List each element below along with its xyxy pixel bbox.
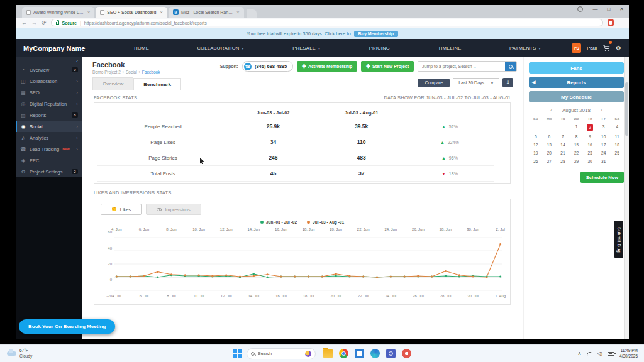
page-scrollbar[interactable] [624,57,629,339]
wifi-icon[interactable] [586,352,592,356]
calendar-day[interactable]: 7 [556,134,570,139]
date-range-select[interactable]: Last 30 Days▼ [453,78,499,87]
calendar-prev-icon[interactable]: ‹ [550,107,552,113]
download-icon[interactable]: ⇓ [502,78,513,87]
submit-bug-tab[interactable]: Submit Bug [614,221,623,258]
calendar-day[interactable]: 13 [543,143,557,147]
app-logo[interactable]: MyCompany Name [23,45,110,52]
calendar-day[interactable]: 3 [597,124,611,131]
media-icon[interactable] [402,349,411,358]
calendar-day[interactable]: 23 [583,151,597,155]
back-button[interactable]: ← [21,20,27,26]
project-search-input[interactable] [418,62,505,71]
calendar-day[interactable]: 12 [529,143,543,147]
browser-tab[interactable]: MMoz - Local Search Ran…× [169,7,244,18]
calendar-day[interactable]: 26 [529,159,543,163]
breadcrumb-project[interactable]: Demo Project 2 [92,70,121,74]
tab-overview[interactable]: Overview [92,77,133,90]
user-avatar[interactable]: PS [572,43,581,53]
calendar-day[interactable]: 14 [556,143,570,147]
sidebar-item-ppc[interactable]: ◈PPC [16,155,82,166]
tab-close-icon[interactable]: × [236,9,240,15]
browser-menu-icon[interactable]: ⋮ [618,20,623,26]
calendar-day[interactable]: 4 [610,124,624,131]
gear-icon[interactable]: ⚙ [616,45,621,52]
taskbar-clock[interactable]: 11:49 PM 4/30/2025 [619,348,638,359]
breadcrumb-facebook[interactable]: Facebook [142,70,160,74]
calendar-day[interactable]: 30 [583,159,597,163]
sidebar-item-social[interactable]: ◉Social› [16,121,82,132]
chrome-icon[interactable] [339,349,348,358]
schedule-now-button[interactable]: Schedule Now [580,172,624,183]
cart-icon[interactable] [602,43,610,54]
support-phone-button[interactable]: ☎ (846) 688-4885 [242,61,293,72]
extension-icon[interactable] [608,19,614,26]
my-schedule-button[interactable]: My Schedule [529,91,624,102]
folder-icon[interactable] [323,349,333,358]
likes-toggle-button[interactable]: ✊Likes [101,204,142,215]
start-button[interactable] [233,349,242,358]
tab-close-icon[interactable]: × [87,9,91,15]
speaker-icon[interactable]: ◁) [597,351,602,356]
calendar-day[interactable]: 21 [556,151,570,155]
close-button[interactable]: ✕ [619,6,624,12]
sidebar-item-seo[interactable]: ▦SEO› [16,87,82,98]
calendar-day[interactable]: 9 [583,134,597,139]
calendar-day[interactable]: 20 [543,151,557,155]
maximize-button[interactable]: □ [607,6,610,12]
browser-profile-icon[interactable] [577,6,583,12]
calendar-day[interactable]: 24 [597,151,611,155]
calendar-day[interactable]: 6 [543,134,557,139]
buy-membership-button[interactable]: Buy Membership [354,31,398,37]
calendar-day[interactable]: 22 [570,151,584,155]
forward-button[interactable]: → [31,20,37,26]
calendar-next-icon[interactable]: › [601,107,602,113]
sidebar-item-reports[interactable]: ▤Reports8 [16,109,82,121]
calendar-day[interactable]: 5 [529,134,543,139]
edge-icon[interactable] [370,349,380,358]
tab-benchmark[interactable]: Benchmark [133,78,181,90]
calendar-day[interactable]: 11 [610,134,624,139]
calendar-day[interactable]: 19 [529,151,543,155]
breadcrumb-social[interactable]: Social [126,70,137,74]
calendar-day[interactable]: 17 [597,143,611,147]
user-name[interactable]: Paul [587,45,597,51]
project-search-button[interactable] [505,62,516,71]
calendar-day[interactable]: 1 [570,124,584,131]
calendar-day[interactable]: 8 [570,134,584,139]
calendar-day[interactable]: 10 [597,134,611,139]
battery-icon[interactable] [608,352,614,356]
reports-button[interactable]: ◀Reports [529,77,624,88]
nav-item-timeline[interactable]: TIMELINE [438,45,461,51]
teams-icon[interactable] [386,349,396,358]
address-bar[interactable]: Secure | https://dashboard.agencyplatfor… [51,19,603,26]
calendar-day[interactable]: 28 [556,159,570,163]
scrollbar-thumb[interactable] [625,82,628,136]
browser-tab[interactable]: SEO + Social Dashboard× [96,7,167,18]
weather-widget[interactable]: 67°FCloudy [0,348,39,358]
sidebar-item-collaboration[interactable]: ◫Collaboration› [16,75,82,87]
calendar-day[interactable]: 29 [570,159,584,163]
sidebar-collapse-icon[interactable]: ‹ [16,57,82,64]
store-icon[interactable] [355,349,364,358]
activate-membership-button[interactable]: ✚Activate Membership [297,61,357,72]
calendar-day[interactable]: 25 [610,151,624,155]
nav-item-collaboration[interactable]: COLLABORATION▼ [197,45,244,51]
calendar-day[interactable]: 27 [543,159,557,163]
nav-item-presale[interactable]: PRESALE▼ [292,45,321,51]
tab-close-icon[interactable]: × [160,9,163,15]
sidebar-item-project-settings[interactable]: ⚙Project Settings2 [16,166,82,177]
calendar-day[interactable]: 31 [597,159,611,163]
minimize-button[interactable]: — [592,6,597,12]
nav-item-pricing[interactable]: PRICING [369,45,390,51]
calendar-day[interactable]: 18 [610,143,624,147]
browser-tab[interactable]: Award Winning White L…× [22,7,94,18]
compare-button[interactable]: Compare [418,79,450,87]
sidebar-item-overview[interactable]: ◔Overview0 [16,64,82,75]
impressions-toggle-button[interactable]: Impressions [146,204,201,215]
calendar-day[interactable]: 16 [583,143,597,147]
sidebar-item-digital-reputation[interactable]: ◎Digital Reputation› [16,98,82,109]
taskbar-search[interactable]: Search [247,348,316,359]
nav-item-payments[interactable]: PAYMENTS▼ [509,45,541,51]
fans-button[interactable]: Fans [529,62,624,74]
